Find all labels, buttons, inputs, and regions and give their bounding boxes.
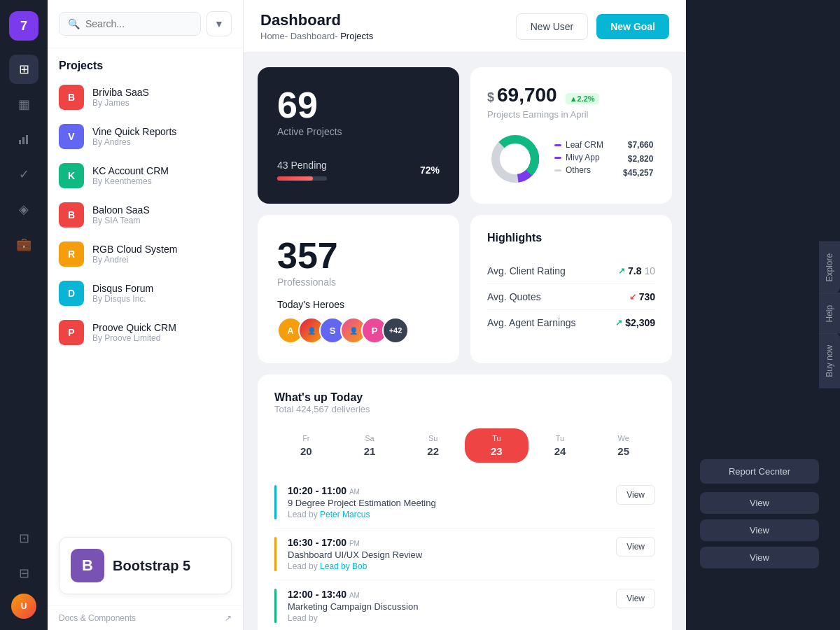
highlights-title: Highlights [487,232,655,244]
main-content: Dashboard Home- Dashboard- Projects New … [244,0,686,630]
earnings-dollar: $ [487,90,494,105]
new-user-button[interactable]: New User [516,13,588,40]
legend-item-leaf: Leaf CRM [554,140,603,150]
panel-view-btn-2[interactable]: View [700,519,819,541]
earnings-amount: $ 69,700 ▲2.2% [487,84,655,106]
event-details-2: 16:30 - 17:00 PM Dashboard UI/UX Design … [288,537,422,571]
event-name-3: Marketing Campaign Discussion [288,601,418,612]
quotes-value: 730 [639,291,655,302]
project-item-rgb[interactable]: R RGB Cloud System By Andrei [48,234,243,274]
panel-view-btn-3[interactable]: View [700,547,819,568]
legend-name-others: Others [566,165,603,175]
earnings-badge: ▲2.2% [566,93,599,104]
event-name-2: Dashboard UI/UX Design Review [288,550,422,560]
active-projects-number: 69 [277,87,440,123]
cal-day-25[interactable]: We 25 [592,428,655,463]
project-info-rgb: RGB Cloud System By Andrei [92,244,232,265]
nav-user-avatar[interactable]: U [11,594,36,619]
project-name-kc: KC Account CRM [92,165,232,176]
event-view-btn-2[interactable]: View [616,537,655,556]
panel-view-btn-1[interactable]: View [700,492,819,514]
search-input[interactable] [85,18,192,29]
amount-leaf: $7,660 [623,140,653,150]
cal-day-23[interactable]: Tu 23 [465,428,528,463]
project-item-proove[interactable]: P Proove Quick CRM By Proove Limited [48,313,243,352]
event-item-3: 12:00 - 13:40 AM Marketing Campaign Disc… [274,580,655,630]
earnings-avg-value: $2,309 [625,317,655,328]
progress-bar-fill [277,176,313,181]
second-row: 357 Professionals Today's Heroes A 👤 S 👤… [258,215,672,363]
project-icon-kc: K [59,163,84,188]
cal-day-20[interactable]: Fr 20 [274,428,338,463]
event-lead-3: Lead by [288,613,418,623]
cal-day-21[interactable]: Sa 21 [338,428,402,463]
event-view-btn-3[interactable]: View [616,589,655,608]
filter-button[interactable]: ▼ [206,11,232,36]
page-title: Dashboard [260,11,373,29]
main-body: 69 Active Projects 43 Pending 72% $ 69 [244,53,686,630]
legend-dot-leaf [554,144,561,146]
event-lead-1: Lead by Peter Marcus [288,510,436,519]
sidebar-header: 🔍 ▼ [48,0,243,48]
active-projects-label: Active Projects [277,126,440,137]
event-view-btn-1[interactable]: View [616,485,655,505]
project-item-baloon[interactable]: B Baloon SaaS By SIA Team [48,195,243,234]
svg-rect-2 [26,135,28,144]
tab-buy-now[interactable]: Buy now [819,333,840,388]
avatars-row: A 👤 S 👤 P +42 [277,317,440,344]
cal-day-22[interactable]: Su 22 [401,428,465,463]
earnings-legend: Leaf CRM Mivy App Others [554,140,603,178]
highlight-label-earnings: Avg. Agent Earnings [487,317,576,328]
nav-icon-check[interactable]: ✓ [9,160,38,189]
project-info-briviba: Briviba SaaS By James [92,87,232,108]
project-info-vine: Vine Quick Reports By Andres [92,126,232,147]
project-item-disqus[interactable]: D Disqus Forum By Disqus Inc. [48,274,243,313]
nav-icon-bottom2[interactable]: ⊟ [9,559,38,588]
whatsup-card: What's up Today Total 424,567 deliveries… [258,374,672,630]
project-item-vine[interactable]: V Vine Quick Reports By Andres [48,117,243,156]
bootstrap-icon: B [71,549,104,582]
search-box[interactable]: 🔍 [59,12,201,36]
svg-rect-0 [19,140,21,144]
nav-icon-bottom1[interactable]: ⊡ [9,524,38,553]
legend-dot-mivy [554,157,561,159]
amount-others: $45,257 [623,168,653,178]
header-actions: New User New Goal [516,13,669,40]
new-goal-button[interactable]: New Goal [596,14,669,39]
bootstrap-label: Bootstrap 5 [113,558,190,574]
report-center-button[interactable]: Report Cecnter [700,459,819,484]
project-info-proove: Proove Quick CRM By Proove Limited [92,322,232,343]
earnings-card: $ 69,700 ▲2.2% Projects Earnings in Apri… [470,67,672,204]
ap-pending: 43 Pending [277,160,327,181]
project-item-kc[interactable]: K KC Account CRM By Keenthemes [48,156,243,195]
project-name-proove: Proove Quick CRM [92,322,232,333]
event-lead-link-2[interactable]: Lead by Bob [320,561,367,571]
avatar-more[interactable]: +42 [382,317,409,344]
sidebar-docs[interactable]: Docs & Components ↗ [48,606,243,630]
nav-icon-dashboard[interactable]: ⊞ [9,55,38,84]
nav-icon-briefcase[interactable]: 💼 [9,230,38,259]
professionals-number: 357 [277,234,440,276]
nav-icon-grid[interactable]: ▦ [9,90,38,119]
project-by-baloon: By SIA Team [92,216,232,225]
event-line-2 [274,537,276,571]
project-by-disqus: By Disqus Inc. [92,294,232,304]
highlight-row-rating: Avg. Client Rating ↗ 7.8 10 [487,258,655,284]
project-by-vine: By Andres [92,137,232,147]
nav-avatar[interactable]: 7 [9,11,38,41]
legend-name-leaf: Leaf CRM [566,140,603,150]
project-icon-baloon: B [59,202,84,227]
ap-bottom: 43 Pending 72% [277,160,440,181]
project-item-briviba[interactable]: B Briviba SaaS By James [48,78,243,117]
highlight-label-quotes: Avg. Quotes [487,291,541,302]
highlight-value-quotes: ↙ 730 [629,291,655,302]
project-info-kc: KC Account CRM By Keenthemes [92,165,232,186]
event-lead-link-1[interactable]: Peter Marcus [320,510,370,519]
whatsup-subtitle: Total 424,567 deliveries [274,404,370,414]
nav-icon-layers[interactable]: ◈ [9,195,38,224]
nav-icon-analytics[interactable] [9,125,38,154]
stats-row: 69 Active Projects 43 Pending 72% $ 69 [258,67,672,204]
tab-help[interactable]: Help [819,293,840,333]
tab-explore[interactable]: Explore [819,241,840,293]
cal-day-24[interactable]: Tu 24 [528,428,592,463]
